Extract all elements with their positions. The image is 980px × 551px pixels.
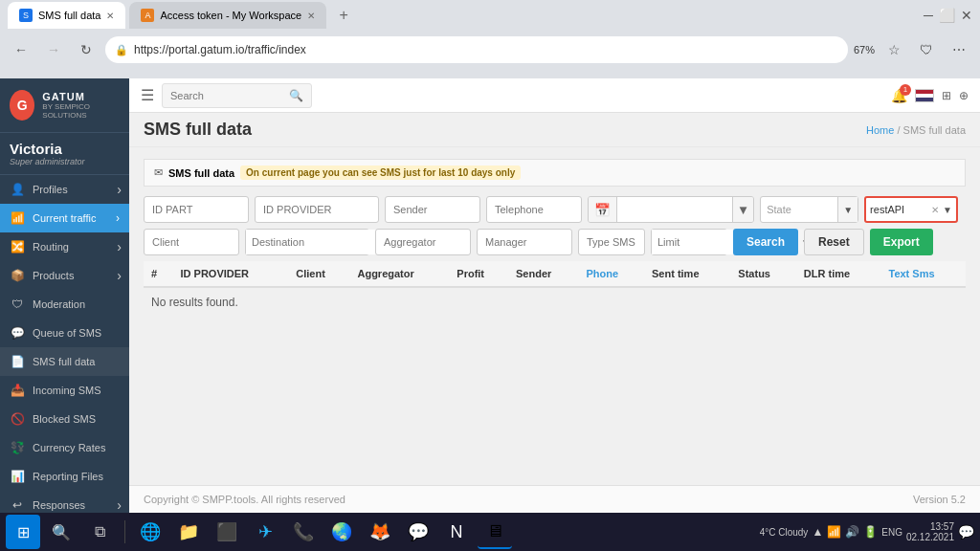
close-window-button[interactable]: ✕ [961, 8, 972, 23]
logo-icon: G [10, 90, 34, 121]
page-title: SMS full data [144, 120, 252, 140]
sidebar-user: Victoria Super administrator [0, 133, 129, 175]
search-box[interactable]: 🔍 [162, 83, 312, 108]
sidebar-item-label-sms-full: SMS full data [33, 356, 120, 367]
footer: Copyright © SMPP.tools. All rights reser… [129, 485, 980, 513]
maximize-button[interactable]: ⬜ [939, 8, 955, 23]
extensions-button[interactable]: ⋯ [946, 36, 972, 63]
date-dropdown-button[interactable]: ▼ [732, 197, 753, 222]
nav-bar: ← → ↻ 🔒 https://portal.gatum.io/traffic/… [0, 31, 980, 69]
currency-icon: 💱 [10, 441, 25, 454]
tab1-close[interactable]: ✕ [106, 11, 114, 21]
sidebar-item-reporting-files[interactable]: 📊 Reporting Files [0, 462, 129, 491]
destination-group[interactable]: ▼ [245, 229, 369, 255]
sidebar-item-currency-rates[interactable]: 💱 Currency Rates [0, 433, 129, 462]
reporting-icon: 📊 [10, 470, 25, 483]
type-sms-input[interactable] [578, 229, 645, 255]
calendar-icon-button[interactable]: 📅 [589, 197, 617, 222]
breadcrumb-home-link[interactable]: Home [866, 124, 894, 136]
limit-group[interactable]: ▼ [651, 229, 727, 255]
aggregator-input[interactable] [375, 229, 471, 255]
no-results-text: No results found. [151, 286, 238, 319]
back-button[interactable]: ← [8, 36, 34, 63]
url-text: https://portal.gatum.io/traffic/index [134, 43, 306, 56]
id-part-input[interactable] [144, 196, 249, 223]
sidebar-item-label-responses: Responses [33, 499, 120, 511]
sidebar-item-queue-sms[interactable]: 💬 Queue of SMS [0, 319, 129, 347]
page-header-bar: SMS full data Home / SMS full data [129, 113, 980, 147]
col-id-provider: ID PROVIDER [173, 261, 289, 287]
sidebar-item-moderation[interactable]: 🛡 Moderation [0, 290, 129, 319]
sidebar-item-blocked-sms[interactable]: 🚫 Blocked SMS [0, 405, 129, 433]
sidebar-item-label-currency: Currency Rates [33, 442, 120, 453]
rest-api-clear-button[interactable]: ✕ [931, 205, 939, 215]
search-button[interactable]: Search [733, 229, 798, 255]
tab-access-token[interactable]: A Access token - My Workspace ✕ [129, 2, 326, 29]
notification-icon[interactable]: 🔔 1 [891, 88, 907, 103]
hamburger-icon[interactable]: ☰ [141, 86, 154, 104]
sidebar-item-current-traffic[interactable]: 📶 Current traffic › [0, 204, 129, 232]
sidebar-nav: 👤 Profiles 📶 Current traffic › 🔀 Routing… [0, 175, 129, 513]
logo-text: GATUM BY SEMPICO SOLUTIONS [42, 91, 120, 120]
products-icon: 📦 [10, 269, 25, 282]
date-input[interactable] [617, 197, 732, 222]
sidebar-item-label-products: Products [33, 270, 120, 281]
user-role: Super administrator [10, 157, 120, 166]
state-select[interactable]: State [761, 197, 837, 222]
version-text: Version 5.2 [913, 494, 966, 505]
destination-input[interactable] [246, 230, 390, 254]
id-provider-input[interactable] [255, 196, 379, 223]
sidebar-item-label-incoming: Incoming SMS [33, 385, 120, 396]
reset-button[interactable]: Reset [804, 229, 864, 255]
sidebar-item-sms-full-data[interactable]: 📄 SMS full data [0, 347, 129, 376]
search-icon: 🔍 [289, 89, 303, 102]
tab2-label: Access token - My Workspace [160, 10, 301, 21]
client-input[interactable] [144, 229, 239, 255]
address-bar[interactable]: 🔒 https://portal.gatum.io/traffic/index [105, 36, 848, 63]
rest-api-filter-group[interactable]: ✕ ▼ [864, 196, 958, 223]
telephone-input[interactable] [486, 196, 582, 223]
lock-icon: 🔒 [115, 44, 128, 56]
sender-input[interactable] [385, 196, 480, 223]
sidebar-item-products[interactable]: 📦 Products [0, 261, 129, 290]
col-aggregator: Aggregator [349, 261, 449, 287]
rest-api-dropdown-button[interactable]: ▼ [943, 205, 952, 215]
tab2-close[interactable]: ✕ [307, 11, 315, 21]
rest-api-input[interactable] [870, 204, 927, 215]
copyright-text: Copyright © SMPP.tools. All rights reser… [144, 494, 345, 505]
title-bar: S SMS full data ✕ A Access token - My Wo… [0, 0, 980, 31]
new-tab-button[interactable]: + [330, 2, 357, 29]
sidebar-item-profiles[interactable]: 👤 Profiles [0, 175, 129, 204]
search-input[interactable] [170, 90, 285, 101]
sidebar-item-routing[interactable]: 🔀 Routing [0, 232, 129, 261]
minimize-button[interactable]: ─ [924, 8, 933, 23]
export-button[interactable]: Export [870, 229, 933, 255]
queue-sms-icon: 💬 [10, 326, 25, 340]
date-picker-group[interactable]: 📅 ▼ [588, 196, 754, 223]
zoom-level: 67% [854, 44, 875, 55]
language-flag-icon[interactable] [915, 89, 934, 102]
favorites-button[interactable]: ☆ [880, 36, 907, 63]
state-select-group[interactable]: State ▼ [760, 196, 858, 223]
responses-icon: ↩ [10, 498, 25, 512]
sidebar-item-label-moderation: Moderation [33, 298, 120, 310]
tab-favicon-2: A [141, 9, 154, 22]
table-header-row: # ID PROVIDER Client Aggregator Profit S… [144, 261, 966, 287]
topbar: ☰ 🔍 🔔 1 ⊞ ⊕ [129, 78, 980, 113]
sidebar-item-responses[interactable]: ↩ Responses [0, 491, 129, 513]
logo-name: GATUM [42, 91, 120, 102]
reload-button[interactable]: ↻ [73, 36, 100, 63]
sidebar-item-incoming-sms[interactable]: 📥 Incoming SMS [0, 376, 129, 405]
col-phone: Phone [579, 261, 644, 287]
grid-icon[interactable]: ⊞ [942, 89, 951, 102]
col-sender: Sender [508, 261, 579, 287]
browser-nav-icons: ☆ 🛡 ⋯ [880, 36, 972, 63]
state-dropdown-arrow[interactable]: ▼ [837, 197, 858, 222]
shield-button[interactable]: 🛡 [913, 36, 940, 63]
sidebar: G GATUM BY SEMPICO SOLUTIONS Victoria Su… [0, 78, 129, 513]
tab-sms-full-data[interactable]: S SMS full data ✕ [8, 2, 125, 29]
forward-button[interactable]: → [40, 36, 67, 63]
more-icon[interactable]: ⊕ [959, 89, 969, 102]
manager-input[interactable] [477, 229, 572, 255]
col-status: Status [730, 261, 795, 287]
